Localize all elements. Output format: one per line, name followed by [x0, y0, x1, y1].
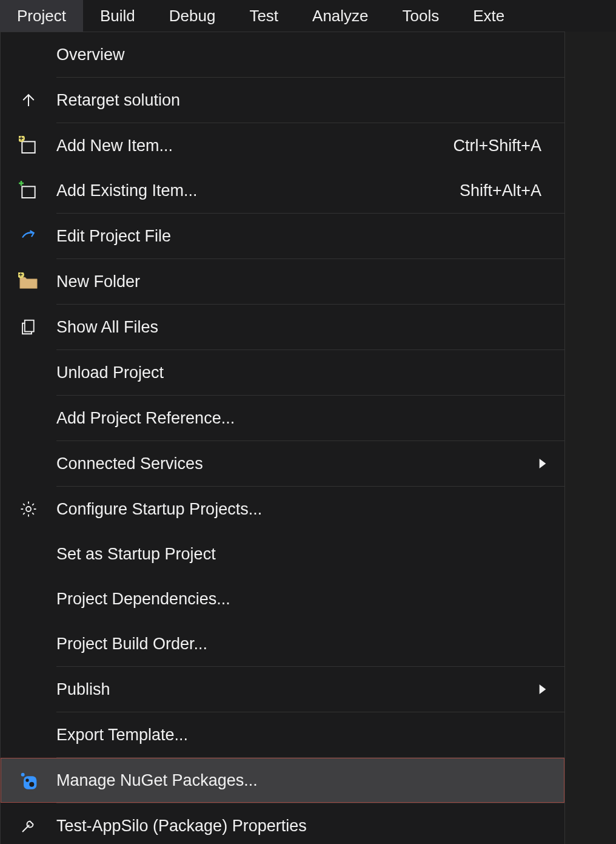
menu-item-label: New Folder	[56, 272, 551, 291]
menubar: Project Build Debug Test Analyze Tools E…	[0, 0, 616, 32]
svg-rect-4	[25, 320, 34, 332]
files-icon	[1, 318, 56, 336]
menu-item-label: Connected Services	[56, 454, 539, 473]
svg-rect-0	[22, 141, 35, 153]
menu-item-add-project-reference[interactable]: Add Project Reference...	[1, 396, 564, 441]
menu-item-overview[interactable]: Overview	[1, 32, 564, 77]
svg-point-5	[26, 507, 31, 511]
menu-item-label: Manage NuGet Packages...	[56, 771, 551, 790]
existing-item-icon	[1, 181, 56, 200]
arrow-up-icon	[1, 91, 56, 109]
project-menu-dropdown: Overview Retarget solution Add New Item.…	[0, 32, 565, 844]
menu-item-label: Project Dependencies...	[56, 590, 551, 609]
menu-item-edit-project-file[interactable]: Edit Project File	[1, 214, 564, 258]
menubar-item-analyze[interactable]: Analyze	[295, 0, 386, 32]
menu-item-new-folder[interactable]: New Folder	[1, 259, 564, 304]
menu-item-label: Publish	[56, 680, 539, 699]
menu-item-label: Set as Startup Project	[56, 545, 551, 564]
submenu-arrow-icon	[539, 684, 551, 694]
svg-point-6	[21, 773, 25, 777]
menu-item-label: Add Project Reference...	[56, 409, 551, 428]
new-folder-icon	[1, 272, 56, 291]
menu-item-connected-services[interactable]: Connected Services	[1, 441, 564, 486]
wrench-icon	[1, 817, 56, 835]
menu-item-label: Add New Item...	[56, 137, 453, 155]
open-arrow-icon	[1, 227, 56, 245]
menu-item-export-template[interactable]: Export Template...	[1, 712, 564, 757]
menu-item-retarget-solution[interactable]: Retarget solution	[1, 78, 564, 123]
menu-item-label: Configure Startup Projects...	[56, 500, 551, 519]
menu-item-add-existing-item[interactable]: Add Existing Item... Shift+Alt+A	[1, 168, 564, 213]
menu-item-show-all-files[interactable]: Show All Files	[1, 305, 564, 349]
menu-item-label: Test-AppSilo (Package) Properties	[56, 817, 551, 836]
menubar-item-debug[interactable]: Debug	[152, 0, 233, 32]
menu-item-label: Retarget solution	[56, 91, 551, 110]
menubar-item-tools[interactable]: Tools	[386, 0, 457, 32]
menu-item-label: Edit Project File	[56, 227, 551, 246]
submenu-arrow-icon	[539, 459, 551, 468]
gear-icon	[1, 500, 56, 518]
menu-item-label: Unload Project	[56, 363, 551, 382]
svg-point-8	[25, 778, 28, 782]
nuget-icon	[1, 771, 56, 790]
menu-item-label: Overview	[56, 46, 551, 64]
menu-item-label: Add Existing Item...	[56, 181, 460, 200]
menu-item-properties[interactable]: Test-AppSilo (Package) Properties	[1, 803, 564, 844]
menu-item-unload-project[interactable]: Unload Project	[1, 350, 564, 395]
menubar-item-extensions[interactable]: Exte	[456, 0, 521, 32]
menu-item-label: Export Template...	[56, 726, 551, 744]
menu-item-manage-nuget[interactable]: Manage NuGet Packages...	[1, 758, 564, 803]
menu-item-label: Show All Files	[56, 318, 551, 337]
new-item-icon	[1, 136, 56, 155]
menubar-item-test[interactable]: Test	[232, 0, 295, 32]
menu-item-shortcut: Shift+Alt+A	[460, 181, 551, 200]
menu-item-project-build-order[interactable]: Project Build Order...	[1, 621, 564, 666]
svg-rect-2	[22, 186, 35, 198]
menu-item-label: Project Build Order...	[56, 635, 551, 653]
menu-item-publish[interactable]: Publish	[1, 667, 564, 712]
menu-item-add-new-item[interactable]: Add New Item... Ctrl+Shift+A	[1, 123, 564, 168]
menubar-item-build[interactable]: Build	[83, 0, 152, 32]
menu-item-shortcut: Ctrl+Shift+A	[453, 137, 551, 155]
menu-item-set-as-startup[interactable]: Set as Startup Project	[1, 532, 564, 576]
svg-point-9	[29, 782, 34, 787]
menu-item-project-dependencies[interactable]: Project Dependencies...	[1, 576, 564, 621]
menu-item-configure-startup[interactable]: Configure Startup Projects...	[1, 487, 564, 532]
menubar-item-project[interactable]: Project	[0, 0, 83, 32]
